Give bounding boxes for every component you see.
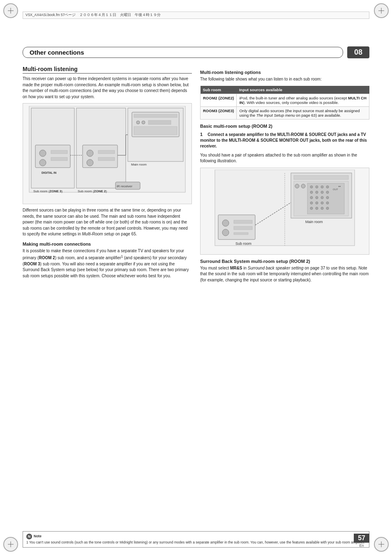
svg-point-53 — [310, 207, 313, 210]
step-number: 1 — [200, 132, 206, 137]
svg-point-47 — [321, 196, 323, 199]
making-connections-title: Making multi-room connections — [23, 242, 192, 246]
svg-rect-64 — [234, 233, 248, 235]
svg-point-39 — [321, 186, 323, 188]
svg-point-56 — [326, 207, 329, 210]
page-number: 57 — [354, 534, 369, 543]
basic-setup-diagram: OUT ●● Sub room Main room — [200, 168, 369, 255]
svg-point-44 — [326, 191, 329, 193]
svg-point-40 — [326, 186, 329, 188]
svg-point-12 — [87, 159, 93, 166]
svg-point-49 — [310, 202, 313, 204]
room3-label: ROOM3 (ZONE3) — [201, 106, 237, 119]
note-box: N Note 1 You can't use sound controls (s… — [23, 531, 369, 548]
room2-label: ROOM2 (ZONE2) — [201, 94, 237, 106]
svg-rect-13 — [98, 150, 115, 154]
options-intro: The following table shows what you can l… — [200, 76, 369, 83]
svg-point-38 — [316, 186, 318, 188]
options-title: Multi-room listening options — [200, 70, 369, 75]
svg-point-60 — [222, 220, 229, 226]
svg-rect-19 — [51, 157, 67, 161]
left-column: Multi-room listening This receiver can p… — [23, 66, 192, 522]
svg-text:Main room: Main room — [131, 163, 147, 166]
footnote-text: 1 You can't use sound controls (such as … — [26, 540, 366, 545]
follow-text: You should have a pair of speakers attac… — [200, 152, 369, 164]
svg-point-34 — [295, 184, 299, 188]
svg-point-6 — [136, 121, 140, 124]
page-lang: En — [354, 543, 369, 548]
svg-rect-32 — [294, 175, 348, 180]
svg-point-45 — [310, 196, 313, 199]
corner-decoration-br — [374, 537, 389, 552]
chapter-number: 08 — [347, 46, 369, 58]
basic-setup-svg: OUT ●● Sub room Main room — [202, 170, 367, 252]
svg-text:Sub room: Sub room — [235, 242, 251, 246]
corner-decoration-tl — [3, 3, 18, 18]
chapter-header: Other connections 08 — [23, 45, 369, 59]
content-area: Multi-room listening This receiver can p… — [23, 66, 369, 522]
svg-point-37 — [310, 186, 313, 188]
svg-point-11 — [87, 150, 93, 157]
svg-point-50 — [316, 202, 318, 204]
table-row: ROOM2 (ZONE2) iPod, the built-in tuner a… — [201, 94, 369, 106]
svg-text:Main room: Main room — [305, 220, 323, 224]
page-header: VSX_AX4ASi.book.fm 57ページ ２００６年４月１１日 火曜日 … — [23, 12, 369, 19]
room-options-table: Sub room Input sources available ROOM2 (… — [200, 86, 369, 120]
svg-rect-18 — [51, 150, 67, 154]
svg-point-41 — [310, 191, 313, 193]
svg-point-16 — [39, 150, 46, 157]
note-title: N Note — [26, 534, 366, 539]
multiroom-diagram-svg: DIGITAL IN iR receiver Sub room (ZONE 3)… — [25, 106, 189, 200]
svg-text:Sub room (ZONE 2): Sub room (ZONE 2) — [78, 189, 107, 193]
table-header-room: Sub room — [201, 86, 237, 94]
svg-point-48 — [326, 196, 329, 199]
extra-paragraph: Different sources can be playing in thre… — [23, 207, 192, 237]
svg-text:OUT: OUT — [333, 188, 338, 191]
chapter-title: Other connections — [23, 47, 343, 58]
svg-point-43 — [321, 191, 323, 193]
svg-point-51 — [321, 202, 323, 204]
svg-point-52 — [326, 202, 329, 204]
making-connections-text: It is possible to make these connections… — [23, 248, 192, 279]
table-header-sources: Input sources available — [237, 86, 369, 94]
svg-point-46 — [316, 196, 318, 199]
svg-point-7 — [142, 121, 145, 124]
right-column: Multi-room listening options The followi… — [200, 66, 369, 522]
svg-rect-9 — [134, 127, 177, 135]
svg-text:iR receiver: iR receiver — [117, 184, 133, 188]
svg-text:●●: ●● — [338, 185, 341, 187]
svg-rect-63 — [234, 226, 252, 230]
step-text: Connect a separate amplifier to the MULT… — [200, 132, 367, 148]
step-1-block: 1 Connect a separate amplifier to the MU… — [200, 132, 369, 149]
surround-back-title: Surround Back System multi-room setup (R… — [200, 259, 369, 264]
note-icon: N — [26, 534, 32, 539]
svg-rect-36 — [307, 183, 344, 214]
table-row: ROOM3 (ZONE3) Only digital audio sources… — [201, 106, 369, 119]
corner-decoration-bl — [3, 537, 18, 552]
multiroom-diagram: DIGITAL IN iR receiver Sub room (ZONE 3)… — [23, 103, 192, 204]
main-section-title: Multi-room listening — [23, 66, 192, 74]
svg-point-42 — [316, 191, 318, 193]
svg-rect-14 — [98, 157, 115, 161]
page-number-area: 57 En — [354, 534, 369, 548]
header-text: VSX_AX4ASi.book.fm 57ページ ２００６年４月１１日 火曜日 … — [25, 13, 161, 18]
svg-point-61 — [222, 229, 229, 236]
svg-rect-8 — [148, 120, 171, 124]
svg-rect-62 — [234, 220, 252, 223]
svg-point-55 — [321, 207, 323, 210]
room3-sources: Only digital audio sources (the input so… — [237, 106, 369, 119]
svg-point-54 — [316, 207, 318, 210]
surround-back-text: You must select MR&S in Surround back sp… — [200, 265, 369, 283]
svg-point-17 — [39, 159, 46, 166]
corner-decoration-tr — [374, 3, 389, 18]
intro-paragraph: This receiver can power up to three inde… — [23, 76, 192, 100]
svg-text:Sub room (ZONE 3): Sub room (ZONE 3) — [33, 189, 62, 193]
basic-setup-title: Basic multi-room setup (ROOM 2) — [200, 124, 369, 129]
svg-text:DIGITAL IN: DIGITAL IN — [42, 171, 56, 174]
svg-rect-5 — [134, 114, 177, 117]
svg-point-35 — [301, 184, 305, 188]
footer-area: N Note 1 You can't use sound controls (s… — [23, 531, 369, 548]
room2-sources: iPod, the built-in tuner and other analo… — [237, 94, 369, 106]
